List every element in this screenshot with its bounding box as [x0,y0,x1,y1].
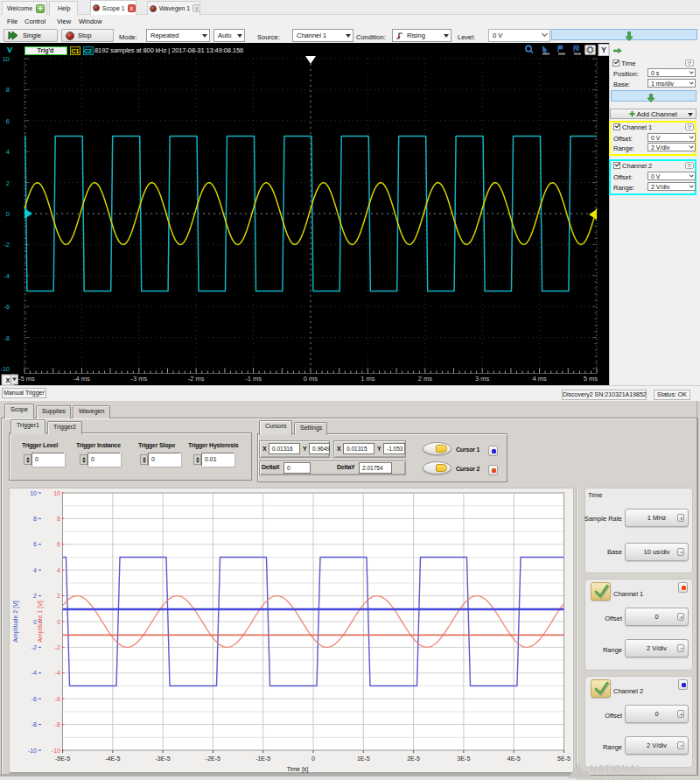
svg-text:-4: -4 [55,670,60,676]
svg-text:-5E-5: -5E-5 [55,755,70,762]
svg-text:Amplitude 2 [V]: Amplitude 2 [V] [12,601,19,643]
svg-text:3E-5: 3E-5 [458,755,471,762]
svg-text:-6: -6 [32,696,37,702]
svg-text:Time [s]: Time [s] [287,766,309,773]
svg-text:2: 2 [57,593,60,599]
svg-text:-2 ms: -2 ms [188,375,205,383]
svg-text:8: 8 [57,516,60,522]
svg-text:-3E-5: -3E-5 [156,755,171,762]
svg-text:-2: -2 [4,241,10,249]
svg-text:0: 0 [6,210,10,218]
svg-text:-4: -4 [32,670,37,676]
svg-text:10: 10 [53,490,60,496]
svg-text:INSTRUMENTS: INSTRUMENTS [590,774,658,780]
svg-text:1E-5: 1E-5 [357,755,370,762]
svg-text:6: 6 [57,541,60,547]
svg-text:1 ms: 1 ms [360,375,375,383]
svg-text:8: 8 [33,516,37,522]
svg-text:3 ms: 3 ms [475,375,490,383]
svg-text:-8: -8 [32,721,37,727]
svg-text:-8: -8 [55,721,60,727]
svg-text:0 ms: 0 ms [304,375,318,383]
svg-text:-8: -8 [4,334,10,342]
svg-text:6: 6 [33,541,37,547]
svg-text:8: 8 [6,86,10,94]
svg-text:-4: -4 [4,272,10,280]
svg-text:Amplitude 1 [V]: Amplitude 1 [V] [37,601,44,643]
svg-text:2E-5: 2E-5 [407,755,420,762]
svg-text:-2E-5: -2E-5 [206,755,220,762]
svg-text:-5 ms: -5 ms [18,375,35,383]
svg-text:X: X [5,376,10,384]
svg-text:2 ms: 2 ms [418,375,433,383]
svg-text:10: 10 [30,490,37,496]
svg-text:4E-5: 4E-5 [508,755,521,762]
svg-text:-2: -2 [32,644,37,650]
svg-text:4 ms: 4 ms [532,375,547,383]
svg-text:-1 ms: -1 ms [245,375,262,383]
svg-text:-4 ms: -4 ms [74,375,90,383]
svg-text:4: 4 [33,567,37,573]
svg-text:-6: -6 [55,696,60,702]
svg-text:-10: -10 [28,748,37,754]
svg-text:-10: -10 [0,365,10,373]
svg-text:0: 0 [57,619,60,625]
svg-text:-6: -6 [4,303,10,311]
svg-text:NATIONAL: NATIONAL [590,763,642,774]
svg-text:2: 2 [33,593,37,599]
svg-text:-1E-5: -1E-5 [256,755,270,762]
svg-text:-4E-5: -4E-5 [105,755,120,762]
svg-text:5 ms: 5 ms [584,375,598,383]
svg-text:2: 2 [6,179,10,187]
svg-text:-3 ms: -3 ms [130,375,147,383]
svg-text:0: 0 [312,755,315,762]
svg-text:-2: -2 [55,644,60,650]
svg-text:-10: -10 [52,748,60,754]
svg-text:6: 6 [6,117,10,125]
svg-text:4: 4 [6,148,10,156]
svg-text:4: 4 [57,567,60,573]
